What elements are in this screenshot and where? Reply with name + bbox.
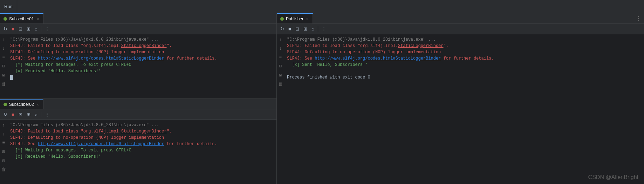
stop-button-sub02[interactable]: ■: [10, 111, 16, 118]
console-line: [x] Sent 'Hello, Subscribers!': [287, 62, 641, 68]
tab-icon-subscriber02: [4, 103, 7, 106]
cursor-block: [10, 75, 13, 80]
tab-publisher[interactable]: Publisher ×: [277, 13, 313, 23]
console-line: SLF4J: Defaulting to no-operation (NOP) …: [10, 135, 274, 141]
tab-subscriber02[interactable]: Subscriber02 ×: [0, 99, 43, 109]
more-button-sub02[interactable]: ⋮: [43, 111, 51, 118]
pin-button-pub[interactable]: ⊞: [302, 25, 309, 33]
console-line: [287, 68, 641, 74]
lines-icon-sub01[interactable]: ≡: [2, 54, 6, 61]
run-label: Run: [0, 0, 17, 13]
console-line: SLF4J: See http://www.slf4j.org/codes.ht…: [10, 55, 274, 62]
subscriber01-side-icons: ↑ ↓ ≡ ⊟ ⊡ 🗑: [0, 34, 7, 98]
console-line: [*] Waiting for messages. To exit press …: [10, 62, 274, 68]
arrow-up-icon-pub[interactable]: ↑: [279, 36, 283, 43]
publisher-side-icons: ↑ ↓ ≡ ⊟ ⊡ 🗑: [277, 34, 284, 184]
trash-icon-pub[interactable]: 🗑: [278, 81, 283, 88]
trash-icon-sub02[interactable]: 🗑: [1, 166, 7, 173]
screenshot-button-sub02[interactable]: ⊡: [17, 111, 24, 118]
trash-icon-sub01[interactable]: 🗑: [1, 81, 7, 88]
stop-button-sub01[interactable]: ■: [10, 25, 16, 33]
slf4j-link-pub[interactable]: http://www.slf4j.org/codes.html#StaticLo…: [315, 56, 441, 61]
tab-label-subscriber01: Subscriber01: [9, 16, 34, 21]
lines-icon-sub02[interactable]: ≡: [2, 139, 6, 146]
tab-icon-publisher: [280, 17, 284, 21]
arrow-down-icon-pub[interactable]: ↓: [279, 45, 283, 52]
subscriber02-side-icons: ↑ ↓ ≡ ⊟ ⊡ 🗑: [0, 120, 7, 184]
tab-close-subscriber02[interactable]: ×: [36, 102, 40, 107]
tab-label-subscriber02: Subscriber02: [9, 102, 34, 107]
console-line: SLF4J: Defaulting to no-operation (NOP) …: [287, 49, 641, 55]
search-button-pub[interactable]: ⌕: [310, 25, 316, 33]
pin-button-sub02[interactable]: ⊞: [25, 111, 32, 118]
more-button-pub[interactable]: ⋮: [320, 25, 328, 33]
tab-subscriber01[interactable]: Subscriber01 ×: [0, 13, 43, 23]
subscriber01-console-output: "C:\Program Files (x86)\Java\jdk1.8.0_28…: [7, 34, 276, 98]
subscriber01-panel: Subscriber01 × ↻ ■ ⊡ ⊞ ⌕ ⋮ ↑ ↓ ≡ ⊟ ⊡: [0, 13, 276, 99]
toolbar-sep-sub01: [41, 26, 41, 32]
rerun-button-sub01[interactable]: ↻: [2, 25, 9, 33]
tab-label-publisher: Publisher: [286, 16, 303, 21]
subscriber01-toolbar: ↻ ■ ⊡ ⊞ ⌕ ⋮: [0, 24, 276, 34]
console-line: SLF4J: Failed to load class "org.slf4j.i…: [10, 128, 274, 135]
pin-button-sub01[interactable]: ⊞: [25, 25, 32, 33]
subscriber01-tab-bar: Subscriber01 ×: [0, 13, 276, 24]
rerun-button-pub[interactable]: ↻: [279, 25, 286, 33]
screenshot-button-sub01[interactable]: ⊡: [17, 25, 24, 33]
arrow-down-icon-sub01[interactable]: ↓: [2, 45, 6, 52]
more-button-sub01[interactable]: ⋮: [43, 25, 51, 33]
console-line: SLF4J: Failed to load class "org.slf4j.i…: [287, 43, 641, 49]
subscriber02-toolbar: ↻ ■ ⊡ ⊞ ⌕ ⋮: [0, 109, 276, 120]
img-icon-sub02[interactable]: ⊡: [2, 157, 6, 164]
img-icon-pub[interactable]: ⊡: [279, 72, 283, 79]
publisher-toolbar: ↻ ■ ⊡ ⊞ ⌕ ⋮: [277, 24, 644, 34]
arrow-up-icon-sub02[interactable]: ↑: [2, 122, 6, 129]
subscriber01-console-body: ↑ ↓ ≡ ⊟ ⊡ 🗑 "C:\Program Files (x86)\Java…: [0, 34, 276, 98]
subscriber02-console-output: "C:\Program Files (x86)\Java\jdk1.8.0_28…: [7, 120, 276, 184]
publisher-panel: Publisher × ⋮ ↻ ■ ⊡ ⊞ ⌕ ⋮ ↑ ↓ ≡ ⊟ ⊡ 🗑: [277, 13, 644, 184]
arrow-up-icon-sub01[interactable]: ↑: [2, 36, 6, 43]
console-line-exit: Process finished with exit code 0: [287, 74, 641, 81]
arrow-down-icon-sub02[interactable]: ↓: [2, 131, 6, 137]
rerun-button-sub02[interactable]: ↻: [2, 111, 9, 118]
console-line: SLF4J: See http://www.slf4j.org/codes.ht…: [10, 141, 274, 147]
console-line: SLF4J: See http://www.slf4j.org/codes.ht…: [287, 55, 641, 62]
tab-close-subscriber01[interactable]: ×: [36, 16, 40, 21]
slf4j-link-sub02[interactable]: http://www.slf4j.org/codes.html#StaticLo…: [38, 142, 164, 146]
subscriber02-console-body: ↑ ↓ ≡ ⊟ ⊡ 🗑 "C:\Program Files (x86)\Java…: [0, 120, 276, 184]
toolbar-sep-pub: [318, 26, 318, 32]
search-button-sub01[interactable]: ⌕: [33, 25, 39, 33]
img-icon-sub01[interactable]: ⊡: [2, 72, 6, 79]
console-cursor-line: [10, 74, 274, 81]
lines2-icon-sub01[interactable]: ⊟: [2, 63, 6, 70]
publisher-tab-bar: Publisher × ⋮: [277, 13, 644, 24]
stop-button-pub[interactable]: ■: [287, 25, 293, 33]
subscriber02-panel: Subscriber02 × ↻ ■ ⊡ ⊞ ⌕ ⋮ ↑ ↓ ≡ ⊟ ⊡: [0, 99, 276, 184]
console-line: "C:\Program Files (x86)\Java\jdk1.8.0_28…: [10, 122, 274, 128]
lines2-icon-pub[interactable]: ⊟: [279, 63, 283, 70]
console-line: [*] Waiting for messages. To exit press …: [10, 147, 274, 154]
console-line: "C:\Program Files (x86)\Java\jdk1.8.0_28…: [10, 36, 274, 43]
console-line: [x] Received 'Hello, Subscribers!': [10, 68, 274, 74]
publisher-console-body: ↑ ↓ ≡ ⊟ ⊡ 🗑 "C:\Program Files (x86)\Java…: [277, 34, 644, 184]
console-line: "C:\Program Files (x86)\Java\jdk1.8.0_28…: [287, 36, 641, 43]
console-line: SLF4J: Defaulting to no-operation (NOP) …: [10, 49, 274, 55]
publisher-panel-menu[interactable]: ⋮: [633, 13, 644, 23]
console-line: [x] Received 'Hello, Subscribers!': [10, 154, 274, 160]
left-panel: Subscriber01 × ↻ ■ ⊡ ⊞ ⌕ ⋮ ↑ ↓ ≡ ⊟ ⊡: [0, 13, 277, 184]
search-button-sub02[interactable]: ⌕: [33, 111, 39, 118]
tab-close-publisher[interactable]: ×: [306, 16, 309, 21]
slf4j-link-sub01[interactable]: http://www.slf4j.org/codes.html#StaticLo…: [38, 56, 164, 61]
console-line: SLF4J: Failed to load class "org.slf4j.i…: [10, 43, 274, 49]
lines2-icon-sub02[interactable]: ⊟: [2, 148, 6, 155]
toolbar-sep-sub02: [41, 112, 41, 117]
lines-icon-pub[interactable]: ≡: [279, 54, 283, 61]
subscriber02-tab-bar: Subscriber02 ×: [0, 99, 276, 109]
publisher-console-output: "C:\Program Files (x86)\Java\jdk1.8.0_28…: [284, 34, 644, 184]
tab-icon-subscriber01: [4, 17, 7, 21]
screenshot-button-pub[interactable]: ⊡: [294, 25, 301, 33]
